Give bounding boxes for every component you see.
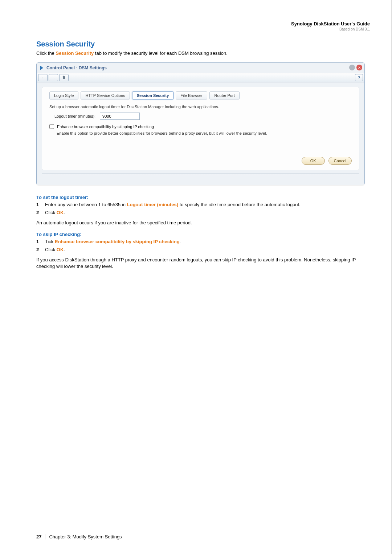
window-toolbar: ← → ? [37,73,364,82]
skip-ip-checkbox[interactable] [49,124,54,129]
ok-button[interactable]: OK [302,157,325,165]
section-intro: Click the Session Security tab to modify… [36,50,373,56]
intro-pre: Click the [36,50,56,56]
skip-ip-heading: To skip IP checking: [36,232,373,237]
skip-step1-pre: Tick [45,239,55,244]
tab-http-options[interactable]: HTTP Service Options [81,91,130,99]
panel-description: Set up a browser automatic logout timer … [49,105,352,109]
arrow-left-icon: ← [41,76,45,80]
tab-router-port[interactable]: Router Port [209,91,239,99]
cancel-button[interactable]: Cancel [328,157,352,165]
page-number: 27 [36,534,41,539]
list-item: Click OK. [45,209,65,216]
list-number: 1 [36,201,41,208]
dsm-window: Control Panel - DSM Settings – ✕ ← → ? [36,62,365,185]
synology-logo-icon [39,65,45,71]
tab-file-browser[interactable]: File Browser [176,91,207,99]
back-button[interactable]: ← [38,74,48,81]
step1-bold: Logout timer (minutes) [127,202,179,207]
step1-pre: Enter any value between 1 to 65535 in [45,202,127,207]
skip-ip-description: Enable this option to provide better com… [57,131,352,135]
list-number: 2 [36,209,41,216]
skip-ip-label: Enhance browser compatibility by skippin… [57,125,154,129]
list-number: 1 [36,239,41,245]
tab-session-security[interactable]: Session Security [132,91,174,99]
skip-ip-para: If you access DiskStation through a HTTP… [36,257,373,270]
intro-bold: Session Security [56,50,94,56]
step2-post: . [64,210,65,215]
skip-step1-bold: Enhance browser compatibility by skippin… [55,239,180,244]
settings-panel: Login Style HTTP Service Options Session… [42,87,359,170]
set-timer-heading: To set the logout timer: [36,195,373,200]
list-number: 2 [36,247,41,253]
logout-timer-input[interactable] [100,113,140,120]
forward-button[interactable]: → [49,74,58,81]
home-button[interactable] [59,74,69,81]
minimize-icon[interactable]: – [349,65,355,70]
doc-header-title: Synology DiskStation User's Guide [291,21,370,27]
intro-post: tab to modify the security level for eac… [94,50,228,56]
list-item: Enter any value between 1 to 65535 in Lo… [45,201,301,208]
auto-logout-para: An automatic logout occurs if you are in… [36,220,373,226]
close-icon[interactable]: ✕ [356,65,362,70]
skip-step2-bold: OK [57,247,64,252]
step2-pre: Click [45,210,57,215]
page-footer: 27Chapter 3: Modify System Settings [36,534,122,539]
doc-header-sub: Based on DSM 3.1 [291,27,370,31]
list-item: Tick Enhance browser compatibility by sk… [45,239,181,245]
help-button[interactable]: ? [355,74,363,81]
skip-step2-pre: Click [45,247,57,252]
section-title: Session Security [36,40,373,48]
window-title: Control Panel - DSM Settings [46,65,107,70]
panel-footer-strip [42,173,359,175]
list-item: Click OK. [45,247,65,253]
tab-login-style[interactable]: Login Style [49,91,78,99]
step2-bold: OK [57,210,64,215]
arrow-right-icon: → [52,76,56,80]
skip-step2-post: . [64,247,65,252]
chapter-label: Chapter 3: Modify System Settings [49,534,122,539]
skip-step1-post: . [180,239,181,244]
home-icon [62,75,66,80]
logout-timer-label: Logout timer (minutes): [54,114,95,118]
window-titlebar: Control Panel - DSM Settings – ✕ [37,63,364,73]
step1-post: to specify the idle time period before t… [178,202,301,207]
